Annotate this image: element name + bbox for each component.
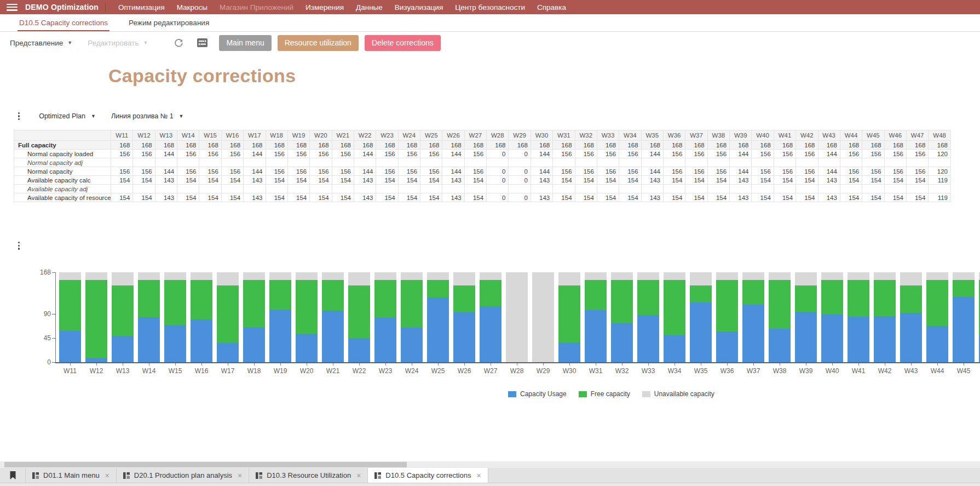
cell-w46[interactable]: 156 (884, 150, 906, 158)
cell-w15[interactable]: 154 (199, 193, 221, 202)
main-menu-button[interactable]: Main menu (219, 35, 271, 51)
cell-w15[interactable]: 168 (199, 141, 221, 150)
horizontal-scrollbar-track[interactable] (0, 461, 980, 468)
cell-w23[interactable] (376, 158, 398, 167)
cell-w43[interactable]: 144 (818, 167, 840, 176)
cell-w35[interactable]: 143 (641, 193, 663, 202)
cell-w24[interactable]: 156 (398, 150, 420, 158)
cell-w48[interactable]: 119 (929, 193, 951, 202)
cell-w27[interactable] (464, 185, 486, 193)
cell-w34[interactable]: 168 (619, 141, 641, 150)
cell-w41[interactable] (774, 158, 795, 167)
bar-w30[interactable] (558, 272, 580, 362)
cell-w41[interactable] (774, 185, 795, 193)
bar-w36[interactable] (716, 272, 738, 362)
cell-w38[interactable]: 168 (707, 141, 729, 150)
cell-w44[interactable] (840, 158, 862, 167)
cell-w43[interactable]: 144 (818, 150, 840, 158)
cell-w44[interactable]: 168 (840, 141, 862, 150)
cell-w43[interactable] (818, 185, 840, 193)
cell-w35[interactable] (641, 158, 663, 167)
cell-w38[interactable]: 154 (707, 193, 729, 202)
cell-w18[interactable] (266, 185, 287, 193)
cell-w45[interactable]: 156 (862, 167, 884, 176)
cell-w32[interactable]: 168 (575, 141, 597, 150)
cell-w42[interactable]: 154 (796, 193, 818, 202)
menu-item-data[interactable]: Данные (350, 3, 389, 12)
cell-w32[interactable]: 156 (575, 150, 597, 158)
cell-w13[interactable]: 143 (155, 176, 177, 185)
cell-w31[interactable]: 154 (553, 176, 575, 185)
cell-w31[interactable] (553, 158, 575, 167)
cell-w44[interactable] (840, 185, 862, 193)
cell-w43[interactable]: 143 (818, 193, 840, 202)
cell-w39[interactable]: 144 (730, 150, 752, 158)
bar-w20[interactable] (296, 272, 318, 362)
cell-w44[interactable]: 156 (840, 167, 862, 176)
bar-w29[interactable] (532, 272, 554, 362)
cell-w48[interactable] (929, 158, 951, 167)
menu-item-visualization[interactable]: Визуализация (389, 3, 449, 12)
cell-w30[interactable]: 143 (531, 193, 552, 202)
cell-w14[interactable]: 168 (177, 141, 199, 150)
cell-w45[interactable]: 154 (862, 176, 884, 185)
cell-w12[interactable] (133, 185, 155, 193)
bar-w45[interactable] (953, 272, 975, 362)
bar-w12[interactable] (85, 272, 107, 362)
cell-w48[interactable] (929, 185, 951, 193)
cell-w36[interactable]: 154 (663, 176, 685, 185)
close-icon[interactable]: × (476, 471, 481, 480)
cell-w16[interactable]: 168 (221, 141, 243, 150)
bar-w24[interactable] (401, 272, 423, 362)
cell-w13[interactable]: 143 (155, 193, 177, 202)
cell-w20[interactable]: 156 (310, 167, 332, 176)
cell-w22[interactable]: 143 (354, 176, 376, 185)
menu-item-optimization[interactable]: Оптимизация (112, 3, 171, 12)
cell-w11[interactable]: 156 (111, 150, 133, 158)
cell-w16[interactable]: 156 (221, 150, 243, 158)
cell-w33[interactable]: 154 (597, 176, 619, 185)
cell-w25[interactable]: 154 (420, 193, 442, 202)
cell-w40[interactable]: 168 (752, 141, 774, 150)
cell-w21[interactable]: 154 (332, 193, 354, 202)
cell-w12[interactable]: 168 (133, 141, 155, 150)
kebab-menu-icon[interactable] (16, 111, 21, 122)
cell-w23[interactable]: 156 (376, 150, 398, 158)
cell-w37[interactable]: 154 (685, 193, 707, 202)
cell-w11[interactable]: 156 (111, 167, 133, 176)
cell-w41[interactable]: 154 (774, 193, 795, 202)
cell-w47[interactable] (906, 158, 928, 167)
cell-w13[interactable] (155, 185, 177, 193)
cell-w29[interactable] (509, 185, 531, 193)
cell-w43[interactable]: 143 (818, 176, 840, 185)
kebab-menu-icon[interactable] (16, 240, 21, 251)
cell-w26[interactable]: 143 (442, 176, 464, 185)
cell-w38[interactable]: 156 (707, 150, 729, 158)
bar-w18[interactable] (243, 272, 265, 362)
cell-w47[interactable]: 156 (906, 167, 928, 176)
cell-w36[interactable]: 156 (663, 150, 685, 158)
cell-w22[interactable] (354, 185, 376, 193)
cell-w47[interactable]: 156 (906, 150, 928, 158)
cell-w28[interactable] (487, 158, 509, 167)
cell-w48[interactable]: 168 (929, 141, 951, 150)
cell-w14[interactable]: 156 (177, 150, 199, 158)
cell-w26[interactable]: 144 (442, 150, 464, 158)
cell-w45[interactable]: 168 (862, 141, 884, 150)
cell-w11[interactable]: 154 (111, 176, 133, 185)
cell-w27[interactable]: 154 (464, 193, 486, 202)
hamburger-menu-icon[interactable] (7, 4, 18, 11)
bottom-tab-d10-3-resource-utilization[interactable]: D10.3 Resource Utilization× (249, 468, 368, 483)
cell-w25[interactable]: 154 (420, 176, 442, 185)
cell-w21[interactable]: 156 (332, 167, 354, 176)
cell-w21[interactable]: 168 (332, 141, 354, 150)
cell-w42[interactable] (796, 185, 818, 193)
cell-w33[interactable] (597, 158, 619, 167)
bar-w23[interactable] (374, 272, 396, 362)
menu-item-measures[interactable]: Измерения (299, 3, 350, 12)
cell-w26[interactable]: 144 (442, 167, 464, 176)
cell-w26[interactable]: 168 (442, 141, 464, 150)
bar-w16[interactable] (191, 272, 212, 362)
cell-w47[interactable] (906, 185, 928, 193)
cell-w14[interactable]: 154 (177, 176, 199, 185)
